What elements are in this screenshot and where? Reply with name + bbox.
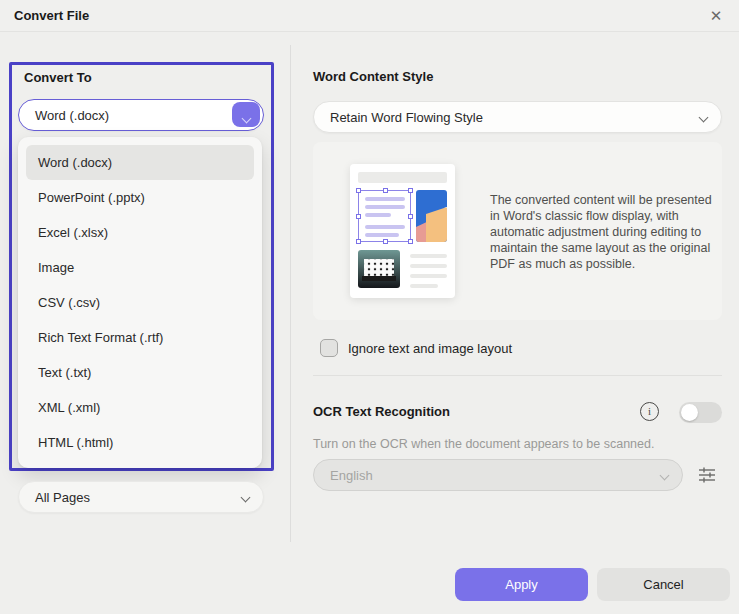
format-select-dropdown-button[interactable] [232, 102, 260, 127]
ocr-language-value: English [330, 468, 373, 483]
doc-title-placeholder [358, 172, 447, 183]
ocr-heading: OCR Text Recognition [313, 404, 450, 419]
format-option[interactable]: Image [26, 250, 254, 285]
format-option[interactable]: HTML (.html) [26, 425, 254, 460]
ocr-toggle[interactable] [679, 402, 722, 423]
chevron-down-icon [241, 493, 251, 503]
image-placeholder [416, 190, 447, 242]
section-divider [313, 375, 722, 376]
page-range-select[interactable]: All Pages [18, 481, 264, 513]
close-icon: ✕ [710, 7, 723, 25]
style-description: The converted content will be presented … [490, 192, 718, 272]
conversion-preview-illustration [350, 164, 455, 298]
cancel-button[interactable]: Cancel [597, 568, 730, 601]
convert-file-dialog: { "dialog": { "title": "Convert File" },… [0, 0, 739, 614]
dialog-title: Convert File [14, 8, 89, 23]
word-style-select[interactable]: Retain Word Flowing Style [313, 101, 722, 133]
format-option[interactable]: Word (.docx) [26, 145, 254, 180]
format-option[interactable]: Rich Text Format (.rtf) [26, 320, 254, 355]
style-preview-box: The converted content will be presented … [313, 142, 722, 320]
format-select-value: Word (.docx) [35, 108, 109, 123]
word-content-style-heading: Word Content Style [313, 69, 433, 84]
panel-divider [290, 45, 291, 542]
format-option[interactable]: Excel (.xlsx) [26, 215, 254, 250]
format-select[interactable]: Word (.docx) [18, 99, 264, 131]
title-bar: Convert File ✕ [0, 0, 739, 32]
format-options-list: Word (.docx)PowerPoint (.pptx)Excel (.xl… [18, 137, 262, 468]
word-style-select-value: Retain Word Flowing Style [330, 110, 483, 125]
chevron-down-icon [699, 113, 709, 123]
ignore-layout-checkbox[interactable] [320, 339, 338, 357]
info-icon[interactable]: i [640, 402, 659, 421]
page-range-value: All Pages [35, 490, 90, 505]
format-option[interactable]: CSV (.csv) [26, 285, 254, 320]
photo-placeholder [358, 250, 400, 288]
format-option[interactable]: PowerPoint (.pptx) [26, 180, 254, 215]
convert-to-label: Convert To [24, 70, 92, 85]
ocr-language-select[interactable]: English [313, 459, 683, 491]
toggle-knob [681, 404, 698, 421]
chevron-down-icon [241, 113, 251, 123]
apply-button[interactable]: Apply [455, 568, 588, 601]
format-option[interactable]: XML (.xml) [26, 390, 254, 425]
format-option[interactable]: Text (.txt) [26, 355, 254, 390]
close-button[interactable]: ✕ [705, 5, 727, 27]
chevron-down-icon [660, 471, 670, 481]
ocr-settings-icon[interactable] [697, 465, 717, 485]
ignore-layout-label: Ignore text and image layout [348, 341, 512, 356]
text-selection-box [358, 190, 411, 242]
ocr-hint: Turn on the OCR when the document appear… [313, 437, 654, 451]
